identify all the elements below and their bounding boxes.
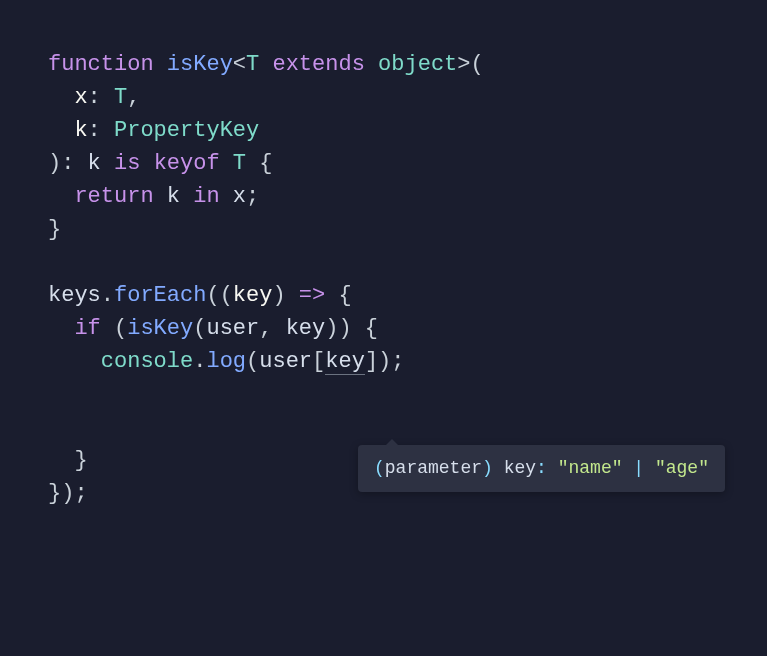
keyword-if: if [74,316,100,341]
type-propertykey: PropertyKey [114,118,259,143]
keyword-extends: extends [272,52,364,77]
idx-user: user [259,349,312,374]
arg-user: user [206,316,259,341]
predicate-k: k [88,151,101,176]
keyword-return: return [74,184,153,209]
obj-console: console [101,349,193,374]
hover-tooltip: (parameter) key: "name" | "age" [358,445,725,492]
function-name: isKey [167,52,233,77]
generic-param: T [246,52,259,77]
keyword-keyof: keyof [154,151,220,176]
type-T: T [114,85,127,110]
var-keys: keys [48,283,101,308]
type-object: object [378,52,457,77]
param-key: key [233,283,273,308]
keyword-function: function [48,52,154,77]
keyword-in: in [193,184,219,209]
tooltip-type-lit2: "age" [655,458,709,478]
call-iskey: isKey [127,316,193,341]
code-editor[interactable]: function isKey<T extends object>( x: T, … [48,48,755,510]
predicate-T: T [233,151,246,176]
method-log: log [206,349,246,374]
method-foreach: forEach [114,283,206,308]
return-x: x [233,184,246,209]
tooltip-type-lit1: "name" [558,458,623,478]
arg-key: key [286,316,326,341]
keyword-is: is [114,151,140,176]
param-x: x [74,85,87,110]
tooltip-kind: parameter [385,458,482,478]
return-k: k [167,184,180,209]
hover-identifier-key[interactable]: key [325,349,365,375]
param-k: k [74,118,87,143]
tooltip-ident: key [504,458,536,478]
